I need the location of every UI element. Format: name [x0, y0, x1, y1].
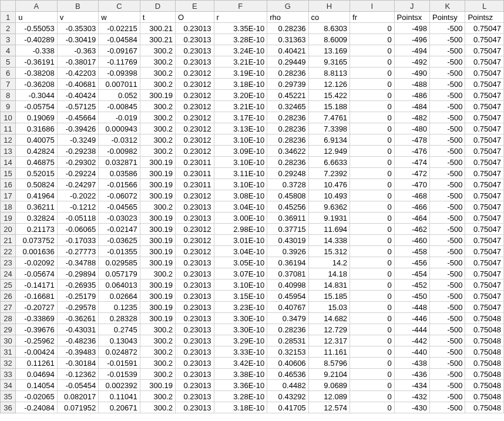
cell[interactable]: Pointsx [394, 12, 429, 23]
cell[interactable]: 0.002392 [99, 380, 140, 391]
cell[interactable]: 300.19 [140, 291, 175, 302]
row-header[interactable]: 30 [1, 335, 16, 346]
cell[interactable]: 300.2 [140, 68, 175, 79]
cell[interactable]: -440 [394, 346, 429, 358]
cell[interactable]: -500 [430, 157, 465, 168]
cell[interactable]: -0.09398 [99, 68, 140, 79]
cell[interactable]: 3.18E-10 [214, 79, 267, 90]
cell[interactable]: rho [267, 12, 308, 23]
cell[interactable]: 300.2 [140, 123, 175, 134]
cell[interactable]: -482 [394, 112, 429, 123]
cell[interactable]: 0.34622 [267, 146, 308, 157]
cell[interactable]: -0.0312 [99, 134, 140, 146]
cell[interactable]: 7.3398 [308, 123, 350, 134]
cell[interactable]: 0.43292 [267, 391, 308, 402]
cell[interactable]: 0.40767 [267, 302, 308, 313]
cell[interactable]: -0.03023 [99, 213, 140, 224]
cell[interactable]: -500 [430, 324, 465, 335]
cell[interactable]: 3.21E-10 [214, 101, 267, 112]
row-header[interactable]: 36 [1, 402, 16, 413]
cell[interactable]: -452 [394, 279, 429, 291]
cell[interactable]: 11.694 [308, 224, 350, 235]
cell[interactable]: 0.28236 [267, 123, 308, 134]
cell[interactable]: 300.2 [140, 79, 175, 90]
cell[interactable]: 0.31363 [267, 34, 308, 45]
row-header[interactable]: 26 [1, 291, 16, 302]
cell[interactable]: 0.23013 [176, 201, 214, 213]
row-header[interactable]: 32 [1, 358, 16, 369]
cell[interactable]: -436 [394, 369, 429, 380]
cell[interactable]: -474 [394, 157, 429, 168]
row-header[interactable]: 1 [1, 12, 16, 23]
cell[interactable]: -500 [430, 380, 465, 391]
cell[interactable]: u [16, 12, 57, 23]
row-header[interactable]: 8 [1, 90, 16, 101]
cell[interactable]: 3.09E-10 [214, 146, 267, 157]
cell[interactable]: -0.36191 [16, 56, 57, 68]
row-header[interactable]: 3 [1, 34, 16, 45]
cell[interactable]: 0.40606 [267, 358, 308, 369]
cell[interactable]: -476 [394, 146, 429, 157]
col-header[interactable]: F [214, 1, 267, 12]
cell[interactable]: 0.42824 [16, 146, 57, 157]
cell[interactable]: -500 [430, 201, 465, 213]
cell[interactable]: -500 [430, 402, 465, 413]
cell[interactable]: -0.40424 [57, 90, 98, 101]
cell[interactable]: -500 [430, 213, 465, 224]
cell[interactable]: 300.21 [140, 34, 175, 45]
cell[interactable]: 0.001636 [16, 246, 57, 257]
cell[interactable]: 12.949 [308, 146, 350, 157]
cell[interactable]: -0.30184 [57, 358, 98, 369]
cell[interactable]: -0.1212 [57, 201, 98, 213]
col-header[interactable]: L [465, 1, 504, 12]
cell[interactable]: -0.01591 [99, 358, 140, 369]
cell[interactable]: 12.089 [308, 391, 350, 402]
cell[interactable]: 3.10E-10 [214, 179, 267, 190]
cell[interactable]: 0.75047 [465, 213, 504, 224]
cell[interactable]: 3.17E-10 [214, 112, 267, 123]
cell[interactable]: -0.11769 [99, 56, 140, 68]
cell[interactable]: 300.19 [140, 179, 175, 190]
cell[interactable]: 0.75047 [465, 157, 504, 168]
cell[interactable]: 300.2 [140, 324, 175, 335]
cell[interactable]: -450 [394, 291, 429, 302]
cell[interactable]: 0.4482 [267, 380, 308, 391]
cell[interactable]: -448 [394, 302, 429, 313]
cell[interactable]: -456 [394, 257, 429, 268]
cell[interactable]: 0.46875 [16, 157, 57, 168]
cell[interactable]: 0 [350, 23, 395, 34]
cell[interactable]: 0.23012 [176, 123, 214, 134]
cell[interactable]: 8.5796 [308, 358, 350, 369]
cell[interactable]: 0.23012 [176, 112, 214, 123]
cell[interactable]: -500 [430, 179, 465, 190]
cell[interactable]: -0.16681 [16, 291, 57, 302]
row-header[interactable]: 27 [1, 302, 16, 313]
cell[interactable]: 7.4761 [308, 112, 350, 123]
cell[interactable]: -0.25962 [16, 335, 57, 346]
cell[interactable]: 0.36194 [267, 257, 308, 268]
cell[interactable]: 0.28236 [267, 23, 308, 34]
cell[interactable]: 0 [350, 179, 395, 190]
cell[interactable]: 0.073752 [16, 235, 57, 246]
cell[interactable]: -442 [394, 335, 429, 346]
cell[interactable]: -444 [394, 324, 429, 335]
cell[interactable]: 0.75047 [465, 302, 504, 313]
cell[interactable]: -0.01566 [99, 179, 140, 190]
cell[interactable]: -500 [430, 90, 465, 101]
cell[interactable]: 0.75047 [465, 134, 504, 146]
cell[interactable]: 300.19 [140, 302, 175, 313]
cell[interactable]: 0.32465 [267, 101, 308, 112]
cell[interactable]: co [308, 12, 350, 23]
cell[interactable]: 3.28E-10 [214, 34, 267, 45]
cell[interactable]: 0 [350, 213, 395, 224]
cell[interactable]: -500 [430, 246, 465, 257]
cell[interactable]: -0.27773 [57, 246, 98, 257]
cell[interactable]: 0.23013 [176, 402, 214, 413]
cell[interactable]: 0.75047 [465, 90, 504, 101]
cell[interactable]: 0 [350, 391, 395, 402]
cell[interactable]: 14.18 [308, 268, 350, 279]
cell[interactable]: -0.48236 [57, 335, 98, 346]
cell[interactable]: -500 [430, 112, 465, 123]
row-header[interactable]: 9 [1, 101, 16, 112]
cell[interactable]: 0.23012 [176, 90, 214, 101]
